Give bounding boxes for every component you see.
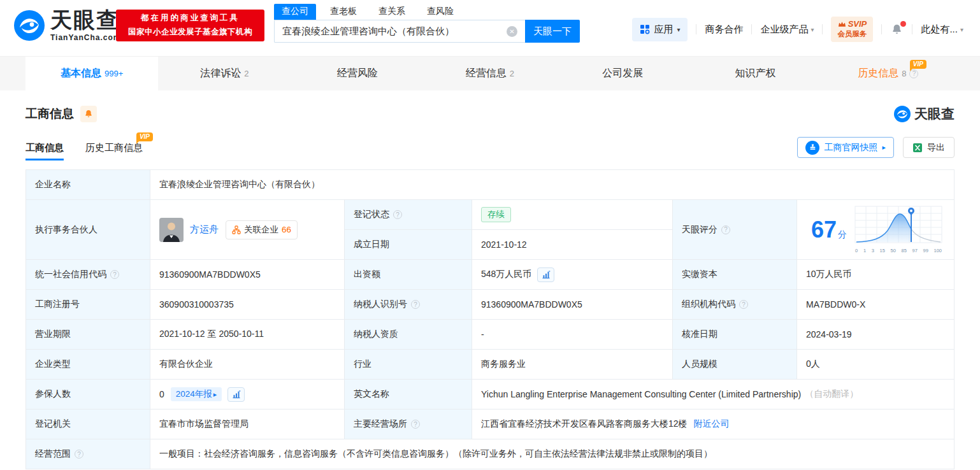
search-input[interactable] bbox=[274, 20, 525, 43]
insured-count-label: 参保人数 bbox=[26, 380, 150, 409]
search-tab-relation[interactable]: 查关系 bbox=[371, 4, 413, 20]
search-tab-risk[interactable]: 查风险 bbox=[419, 4, 461, 20]
help-icon[interactable] bbox=[411, 300, 420, 309]
paid-capital-value: 10万人民币 bbox=[797, 260, 955, 290]
annual-report-badge[interactable]: 2024年报 bbox=[171, 387, 222, 401]
bell-icon bbox=[83, 109, 94, 119]
help-icon[interactable] bbox=[739, 300, 748, 309]
help-icon[interactable] bbox=[110, 270, 119, 279]
insured-count-value: 0 2024年报 bbox=[150, 380, 345, 409]
tab-label: 公司发展 bbox=[602, 67, 643, 80]
business-site-label: 主要经营场所 bbox=[345, 409, 472, 439]
business-term-value: 2021-10-12 至 2050-10-11 bbox=[150, 320, 345, 350]
search-area: 查公司 查老板 查关系 查风险 天眼一下 bbox=[274, 4, 580, 43]
chevron-down-icon bbox=[960, 26, 963, 33]
trend-chart-icon bbox=[542, 270, 551, 279]
partner-avatar[interactable] bbox=[159, 218, 184, 242]
slogan-banner: 都在用的商业查询工具 国家中小企业发展子基金旗下机构 bbox=[116, 10, 264, 41]
taxpayer-id-label: 纳税人识别号 bbox=[345, 290, 472, 320]
tab-label: 法律诉讼 bbox=[200, 67, 241, 80]
tab-company-development[interactable]: 公司发展 bbox=[556, 57, 689, 90]
company-section-tabs: 基本信息 999+ 法律诉讼 2 经营风险 经营信息 2 公司发展 知识产权 V… bbox=[0, 56, 980, 90]
tab-label: 经营风险 bbox=[337, 67, 378, 80]
capital-label: 出资额 bbox=[345, 260, 472, 290]
tab-label: 基本信息 bbox=[61, 67, 101, 80]
tab-operating-risk[interactable]: 经营风险 bbox=[291, 57, 424, 90]
tianyan-score-value: 67分 bbox=[797, 200, 955, 260]
nav-business-coop[interactable]: 商务合作 bbox=[705, 24, 743, 36]
taxpayer-id-value: 91360900MA7BDDW0X5 bbox=[472, 290, 673, 320]
tab-label: 知识产权 bbox=[735, 67, 776, 80]
tab-basic-info[interactable]: 基本信息 999+ bbox=[25, 57, 158, 90]
managing-partner-value: 方运舟 关联企业 66 bbox=[150, 200, 345, 260]
company-name-label: 企业名称 bbox=[26, 170, 150, 200]
related-companies-button[interactable]: 关联企业 66 bbox=[226, 220, 298, 239]
tab-count: 999+ bbox=[104, 69, 123, 78]
tab-count: 2 bbox=[244, 69, 249, 78]
insured-trend-button[interactable] bbox=[227, 387, 245, 402]
org-code-value: MA7BDDW0-X bbox=[797, 290, 955, 320]
tab-count: 2 bbox=[510, 69, 514, 78]
score-chart-axis: 0131550859799100 bbox=[854, 248, 942, 253]
tianyancha-logo[interactable]: 天眼查 TianYanCha.com bbox=[14, 9, 120, 42]
account-menu[interactable]: 此处有... bbox=[921, 24, 963, 36]
export-button[interactable]: 导出 bbox=[903, 137, 955, 158]
staff-size-label: 人员规模 bbox=[673, 350, 797, 380]
partner-name-link[interactable]: 方运舟 bbox=[190, 224, 219, 236]
paid-capital-label: 实缴资本 bbox=[673, 260, 797, 290]
tab-operating-info[interactable]: 经营信息 2 bbox=[424, 57, 556, 90]
notification-dot bbox=[900, 21, 906, 27]
business-term-label: 营业期限 bbox=[26, 320, 150, 350]
excel-icon bbox=[912, 143, 923, 153]
brand-domain: TianYanCha.com bbox=[50, 33, 120, 42]
header-right-nav: 应用 商务合作 企业级产品 SVIP 会员服务 bbox=[632, 17, 963, 42]
status-badge: 存续 bbox=[481, 207, 511, 222]
reg-number-value: 360900310003735 bbox=[150, 290, 345, 320]
search-tabs: 查公司 查老板 查关系 查风险 bbox=[274, 4, 580, 20]
reg-number-label: 工商注册号 bbox=[26, 290, 150, 320]
tab-count: 8 bbox=[902, 69, 906, 78]
search-button[interactable]: 天眼一下 bbox=[525, 20, 580, 43]
subtab-business-info[interactable]: 工商信息 bbox=[25, 142, 64, 160]
help-icon[interactable] bbox=[411, 420, 420, 429]
search-tab-company[interactable]: 查公司 bbox=[274, 4, 316, 20]
export-label: 导出 bbox=[927, 142, 945, 153]
svip-service-label: 会员服务 bbox=[837, 29, 867, 39]
slogan-line2: 国家中小企业发展子基金旗下机构 bbox=[128, 25, 252, 39]
business-scope-label: 经营范围 bbox=[26, 439, 150, 469]
related-companies-count: 66 bbox=[282, 225, 291, 234]
tab-legal-proceedings[interactable]: 法律诉讼 2 bbox=[158, 57, 291, 90]
business-info-table: 企业名称 宜春浪绫企业管理咨询中心（有限合伙） 执行事务合伙人 方运舟 bbox=[25, 169, 955, 469]
annual-report-label: 2024年报 bbox=[176, 388, 212, 400]
subtab-history-business-info[interactable]: VIP 历史工商信息 bbox=[85, 142, 143, 160]
help-icon[interactable] bbox=[393, 210, 402, 219]
snapshot-label: 工商官网快照 bbox=[824, 142, 877, 153]
registration-status-label: 登记状态 bbox=[345, 200, 472, 230]
notifications-bell[interactable] bbox=[890, 23, 904, 36]
svip-member-badge[interactable]: SVIP 会员服务 bbox=[831, 17, 873, 43]
help-icon[interactable] bbox=[721, 225, 730, 234]
registration-status-value: 存续 bbox=[472, 200, 673, 230]
apps-menu[interactable]: 应用 bbox=[632, 18, 688, 41]
stamp-icon bbox=[805, 141, 819, 155]
business-site-value: 江西省宜春经济技术开发区春风路客商服务大楼12楼 附近公司 bbox=[472, 409, 955, 439]
search-box: 天眼一下 bbox=[274, 20, 580, 43]
help-icon[interactable] bbox=[75, 450, 83, 459]
score-unit: 分 bbox=[838, 229, 847, 239]
chevron-down-icon bbox=[677, 26, 680, 33]
official-snapshot-button[interactable]: 工商官网快照 bbox=[797, 137, 894, 158]
slogan-line1: 都在用的商业查询工具 bbox=[141, 11, 240, 25]
capital-value: 548万人民币 bbox=[472, 260, 673, 290]
capital-trend-button[interactable] bbox=[537, 267, 554, 282]
industry-value: 商务服务业 bbox=[472, 350, 673, 380]
nearby-companies-link[interactable]: 附近公司 bbox=[694, 418, 730, 430]
brand-name: 天眼查 bbox=[50, 9, 120, 31]
tab-intellectual-property[interactable]: 知识产权 bbox=[689, 57, 821, 90]
business-info-section: 工商信息 天眼查 工商信息 VIP 历史工商信息 bbox=[0, 90, 980, 469]
clear-icon[interactable] bbox=[507, 26, 517, 37]
subscribe-bell-button[interactable] bbox=[80, 106, 97, 122]
tab-history-info[interactable]: VIP 历史信息 8 bbox=[822, 57, 955, 90]
search-tab-boss[interactable]: 查老板 bbox=[322, 4, 364, 20]
nav-enterprise-products[interactable]: 企业级产品 bbox=[760, 24, 814, 36]
managing-partner-label: 执行事务合伙人 bbox=[26, 200, 150, 260]
